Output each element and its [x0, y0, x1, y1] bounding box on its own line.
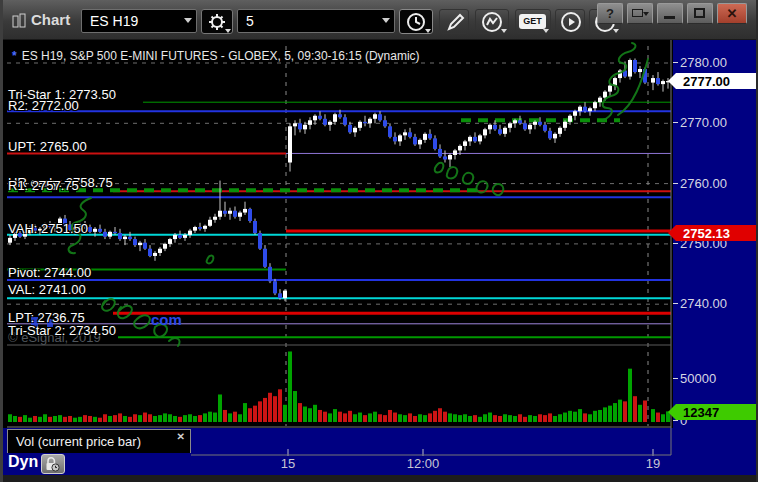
minimize-icon — [664, 16, 675, 19]
help-label: ? — [606, 6, 614, 21]
volume-tick: 50000 — [680, 371, 716, 386]
price-tick: 2780.00 — [680, 55, 727, 70]
last-volume-marker: 12347 — [676, 404, 756, 420]
chevron-down-icon — [425, 29, 431, 33]
level-label-tristar2: Tri-Star 2: 2734.50 — [8, 323, 116, 338]
instrument-value: ES H19 — [90, 13, 138, 29]
close-icon: ✕ — [727, 6, 738, 21]
price-tick: 2740.00 — [680, 296, 727, 311]
close-button[interactable]: ✕ — [717, 3, 747, 24]
title-bar[interactable]: Chart ES H19 5 — [3, 0, 758, 40]
time-tick-label: 12:00 — [403, 456, 443, 471]
header-marker: * — [12, 49, 17, 63]
get-logo: GET — [519, 14, 546, 29]
level-label-upt: UPT: 2765.00 — [8, 139, 87, 154]
time-templates-button[interactable] — [399, 9, 433, 34]
time-tick-label: 15 — [278, 456, 298, 471]
watermark-fragment-text: com — [151, 311, 182, 328]
price-tick: 2770.00 — [680, 115, 727, 130]
popout-button[interactable] — [627, 3, 653, 24]
level-label-r2: R2: 2772.00 — [8, 98, 79, 113]
play-icon — [559, 11, 583, 34]
tab-volume-study[interactable]: Vol (current price bar) ✕ — [7, 429, 191, 453]
level-label-r1: R1: 2757.75 — [8, 178, 79, 193]
price-tick: 2760.00 — [680, 176, 727, 191]
get-studies-button[interactable]: GET — [515, 9, 551, 34]
alert-price-marker: 2752.13 — [676, 225, 756, 241]
window-bottom-border — [3, 475, 758, 482]
last-price-marker: 2777.00 — [676, 73, 756, 89]
header-text: ES H19, S&P 500 E-MINI FUTURES - GLOBEX,… — [22, 49, 420, 63]
interval-combobox[interactable]: 5 — [237, 9, 395, 33]
chevron-down-icon — [543, 29, 549, 33]
draw-tool-button[interactable] — [439, 9, 469, 34]
popout-icon — [632, 9, 643, 17]
time-tick-label: 19 — [643, 456, 663, 471]
maximize-button[interactable] — [687, 3, 713, 24]
dynamic-mode-label: Dyn — [8, 453, 38, 471]
play-button[interactable] — [555, 9, 585, 34]
close-icon[interactable]: ✕ — [177, 431, 185, 442]
level-label-vah: VAH: 2751.50 — [8, 221, 88, 236]
indicator-button[interactable] — [475, 9, 509, 34]
window-title: Chart — [31, 11, 70, 28]
settings-gear-button[interactable] — [201, 9, 233, 34]
level-label-val: VAL: 2741.00 — [8, 282, 86, 297]
chevron-down-icon — [643, 12, 649, 16]
chevron-down-icon — [613, 29, 619, 33]
minimize-button[interactable] — [657, 3, 683, 24]
chevron-down-icon — [382, 18, 390, 23]
instrument-combobox[interactable]: ES H19 — [81, 9, 197, 33]
lock-icon — [42, 455, 64, 473]
chart-window: Chart ES H19 5 — [0, 0, 758, 482]
chart-app-icon — [12, 13, 27, 32]
pencil-icon — [443, 11, 467, 34]
chevron-down-icon — [501, 29, 507, 33]
level-label-pivot: Pivot: 2744.00 — [8, 265, 91, 280]
interval-value: 5 — [246, 13, 254, 29]
chart-header: *ES H19, S&P 500 E-MINI FUTURES - GLOBEX… — [12, 49, 420, 63]
lock-scale-button[interactable] — [41, 454, 65, 474]
help-button[interactable]: ? — [597, 3, 623, 24]
chevron-down-icon — [184, 18, 192, 23]
maximize-icon — [694, 8, 705, 18]
chevron-down-icon — [225, 29, 231, 33]
tab-label: Vol (current price bar) — [16, 434, 141, 449]
